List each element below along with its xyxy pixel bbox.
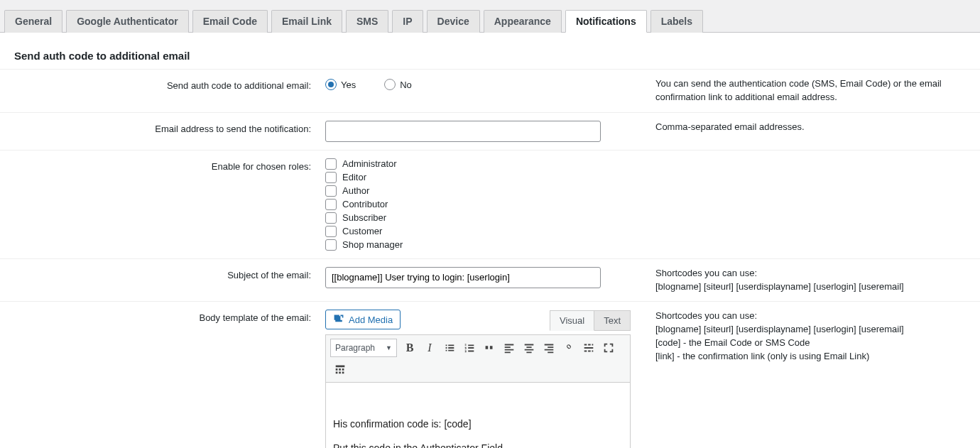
checkbox-customer[interactable] (325, 226, 337, 237)
editor-tabs: Visual Text (550, 310, 631, 331)
tab-google-authenticator[interactable]: Google Authenticator (66, 10, 189, 33)
row-body-template: Body template of the email: Add Media Vi… (0, 302, 980, 448)
align-center-button[interactable] (519, 338, 539, 358)
radio-yes-input[interactable] (325, 79, 337, 90)
email-address-label: Email address to send the notification: (14, 121, 325, 134)
checkbox-contributor[interactable] (325, 199, 337, 210)
italic-button[interactable]: I (420, 338, 440, 358)
radio-no-label: No (400, 80, 412, 90)
section-title: Send auth code to additional email (0, 45, 980, 70)
role-label: Subscriber (342, 212, 386, 223)
paragraph-select[interactable]: Paragraph ▼ (330, 339, 397, 357)
tab-notifications[interactable]: Notifications (565, 10, 647, 33)
row-subject: Subject of the email: Shortcodes you can… (0, 259, 980, 302)
editor: Add Media Visual Text Paragraph ▼ B (325, 310, 631, 448)
align-left-button[interactable] (499, 338, 519, 358)
editor-toolbar: Paragraph ▼ B I (325, 334, 631, 383)
media-icon (333, 314, 344, 325)
role-shop-manager[interactable]: Shop manager (325, 239, 641, 251)
role-customer[interactable]: Customer (325, 226, 641, 237)
role-label: Administrator (342, 158, 397, 169)
body-line-1: His confirmation code is: [code] (333, 418, 623, 430)
row-email-address: Email address to send the notification: … (0, 113, 980, 151)
tab-email-code[interactable]: Email Code (192, 10, 268, 33)
toolbar-toggle-button[interactable] (330, 359, 350, 379)
editor-tab-text[interactable]: Text (594, 310, 631, 331)
tab-content: Send auth code to additional email Send … (0, 33, 980, 448)
send-auth-code-radio-group: Yes No (325, 77, 641, 90)
checkbox-shop-manager[interactable] (325, 239, 337, 251)
row-roles: Enable for chosen roles: Administrator E… (0, 151, 980, 259)
send-auth-code-label: Send auth code to additional email: (14, 77, 325, 91)
tab-labels[interactable]: Labels (650, 10, 703, 33)
row-send-auth-code: Send auth code to additional email: Yes … (0, 70, 980, 113)
add-media-button[interactable]: Add Media (325, 310, 401, 329)
role-author[interactable]: Author (325, 185, 641, 197)
editor-body[interactable]: His confirmation code is: [code] Put thi… (325, 383, 631, 448)
radio-no-input[interactable] (384, 79, 396, 90)
role-subscriber[interactable]: Subscriber (325, 212, 641, 224)
tab-device[interactable]: Device (427, 10, 480, 33)
radio-yes-label: Yes (341, 80, 356, 90)
chevron-down-icon: ▼ (386, 344, 392, 351)
send-auth-code-help: You can send the authentication code (SM… (641, 77, 966, 104)
roles-label: Enable for chosen roles: (14, 158, 325, 172)
blockquote-button[interactable] (479, 338, 499, 358)
role-label: Contributor (342, 199, 388, 209)
checkbox-editor[interactable] (325, 172, 337, 183)
tab-sms[interactable]: SMS (346, 10, 388, 33)
body-template-label: Body template of the email: (14, 310, 325, 323)
checkbox-author[interactable] (325, 185, 337, 197)
tabs-bar: General Google Authenticator Email Code … (0, 0, 980, 33)
subject-help: Shortcodes you can use: [blogname] [site… (641, 267, 966, 294)
email-address-input[interactable] (325, 121, 601, 142)
checkbox-administrator[interactable] (325, 158, 337, 170)
role-label: Customer (342, 226, 382, 236)
role-contributor[interactable]: Contributor (325, 199, 641, 210)
role-administrator[interactable]: Administrator (325, 158, 641, 170)
body-line-2: Put this code in the Authenticator Field (333, 442, 623, 448)
bullet-list-button[interactable] (440, 338, 459, 358)
fullscreen-button[interactable] (599, 338, 619, 358)
body-help: Shortcodes you can use: [blogname] [site… (641, 310, 966, 363)
bold-button[interactable]: B (400, 338, 420, 358)
numbered-list-button[interactable] (459, 338, 479, 358)
role-label: Shop manager (342, 239, 403, 250)
tab-appearance[interactable]: Appearance (484, 10, 562, 33)
align-right-button[interactable] (539, 338, 559, 358)
role-label: Editor (342, 172, 366, 182)
subject-input[interactable] (325, 267, 601, 288)
add-media-label: Add Media (349, 315, 393, 325)
radio-no[interactable]: No (384, 79, 412, 90)
checkbox-subscriber[interactable] (325, 212, 337, 224)
tab-general[interactable]: General (4, 10, 62, 33)
role-editor[interactable]: Editor (325, 172, 641, 183)
subject-label: Subject of the email: (14, 267, 325, 280)
email-address-help: Comma-separated email addresses. (641, 121, 966, 134)
radio-yes[interactable]: Yes (325, 79, 356, 90)
read-more-button[interactable] (579, 338, 599, 358)
roles-list: Administrator Editor Author Contributor … (325, 158, 641, 251)
link-button[interactable] (559, 338, 579, 358)
role-label: Author (342, 185, 369, 196)
tab-ip[interactable]: IP (392, 10, 423, 33)
tab-email-link[interactable]: Email Link (271, 10, 342, 33)
editor-tab-visual[interactable]: Visual (550, 310, 594, 331)
